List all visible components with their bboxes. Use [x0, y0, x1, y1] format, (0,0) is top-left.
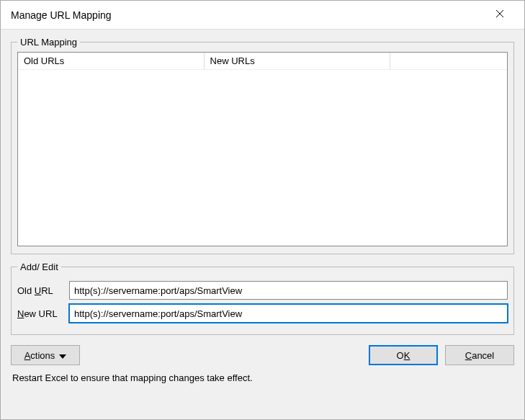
actions-label: Actions: [24, 350, 55, 361]
actions-button[interactable]: Actions: [11, 345, 80, 365]
url-mapping-group: URL Mapping Old URLs New URLs: [11, 37, 514, 254]
chevron-down-icon: [59, 350, 66, 361]
col-new-urls[interactable]: New URLs: [204, 53, 390, 70]
url-mapping-legend: URL Mapping: [17, 37, 80, 48]
hint-text: Restart Excel to ensure that mapping cha…: [11, 368, 514, 383]
close-icon: [495, 9, 504, 20]
close-button[interactable]: [485, 4, 514, 26]
new-url-input[interactable]: [69, 304, 508, 323]
old-url-label: Old URL: [17, 285, 69, 296]
add-edit-legend: Add/ Edit: [17, 262, 61, 272]
dialog-window: Manage URL Mapping URL Mapping Ol: [0, 0, 525, 420]
ok-label: OK: [397, 350, 410, 361]
svg-marker-2: [59, 354, 66, 359]
title-bar: Manage URL Mapping: [1, 1, 524, 30]
window-title: Manage URL Mapping: [11, 9, 112, 21]
col-spacer: [390, 53, 507, 70]
button-row: Actions OK Cancel: [11, 342, 514, 368]
add-edit-group: Add/ Edit Old URL New URL: [11, 262, 514, 335]
url-mapping-table: Old URLs New URLs: [18, 53, 507, 70]
old-url-input[interactable]: [69, 281, 508, 300]
right-buttons: OK Cancel: [369, 345, 514, 365]
url-mapping-table-container[interactable]: Old URLs New URLs: [17, 52, 508, 246]
col-old-urls[interactable]: Old URLs: [18, 53, 204, 70]
dialog-body: URL Mapping Old URLs New URLs: [1, 30, 524, 419]
old-url-row: Old URL: [17, 281, 508, 300]
ok-button[interactable]: OK: [369, 345, 438, 365]
table-header-row: Old URLs New URLs: [18, 53, 507, 70]
cancel-button[interactable]: Cancel: [445, 345, 514, 365]
cancel-label: Cancel: [465, 350, 494, 361]
new-url-row: New URL: [17, 304, 508, 323]
new-url-label: New URL: [17, 308, 69, 319]
